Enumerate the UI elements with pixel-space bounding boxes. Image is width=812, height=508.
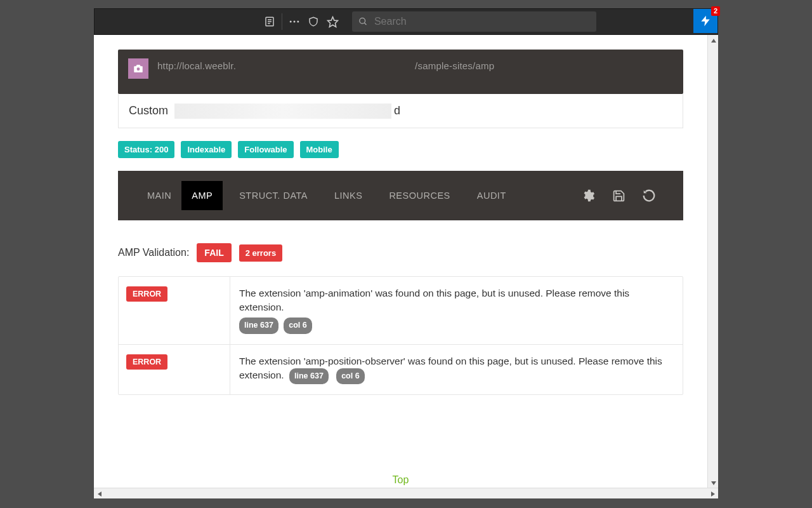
svg-marker-7 [327,17,337,27]
browser-toolbar: 2 [94,8,718,35]
url-bar: http://local.weeblr./sample-sites/amp [118,50,683,94]
svg-line-9 [364,23,366,25]
svg-marker-13 [711,481,716,485]
error-col: col 6 [284,318,312,334]
error-message: The extension 'amp-animation' was found … [239,288,629,312]
refresh-icon [642,189,656,203]
toolbar-spacer [95,9,256,34]
star-icon[interactable] [323,12,342,31]
errors-table: ERROR The extension 'amp-animation' was … [118,276,683,395]
extension-button[interactable]: 2 [693,9,717,33]
svg-marker-10 [701,16,709,27]
error-level: ERROR [126,354,167,370]
tab-amp[interactable]: AMP [181,181,223,210]
refresh-button[interactable] [634,181,664,210]
error-col: col 6 [336,368,365,385]
horizontal-scrollbar[interactable] [94,488,718,498]
url-prefix: http://local.weeblr. [157,60,236,71]
error-level: ERROR [126,286,167,302]
camera-icon [133,63,144,74]
svg-point-8 [360,18,365,23]
page-title-prefix: Custom [129,104,168,117]
status-badges: Status: 200 Indexable Followable Mobile [118,141,683,158]
tab-resources[interactable]: RESOURCES [379,181,460,210]
tab-links[interactable]: LINKS [324,181,372,210]
search-input[interactable] [374,16,590,27]
scroll-right-button[interactable] [707,488,718,499]
url-suffix: /sample-sites/amp [415,60,494,71]
validation-count: 2 errors [239,244,282,262]
vertical-scrollbar[interactable] [707,35,718,488]
validation-row: AMP Validation: FAIL 2 errors [118,243,683,262]
svg-point-6 [297,21,299,23]
scroll-up-button[interactable] [708,35,719,46]
svg-marker-14 [98,491,102,497]
tab-main[interactable]: MAIN [137,181,181,210]
extension-panel: http://local.weeblr./sample-sites/amp Cu… [94,35,718,498]
svg-marker-15 [711,491,715,497]
error-row: ERROR The extension 'amp-position-observ… [119,344,683,394]
error-line: line 637 [289,368,329,385]
validation-label: AMP Validation: [118,247,189,258]
screenshot-button[interactable] [128,58,148,79]
top-link[interactable]: Top [393,474,409,485]
toolbar-icons [256,9,346,34]
svg-point-5 [294,21,296,23]
scroll-left-button[interactable] [94,488,105,499]
search-icon [358,17,368,27]
title-redacted [174,104,391,119]
tab-struct-data[interactable]: STRUCT. DATA [229,181,318,210]
badge-status: Status: 200 [118,141,174,158]
scroll-down-button[interactable] [708,478,719,488]
extension-badge: 2 [711,6,720,16]
svg-point-4 [290,21,292,23]
page-title-row: Custom d [118,94,683,128]
badge-indexable: Indexable [181,141,232,158]
svg-marker-12 [711,39,716,43]
settings-button[interactable] [573,181,603,210]
save-button[interactable] [603,181,634,210]
validation-status: FAIL [197,243,231,262]
url-redacted [237,62,414,71]
badge-mobile: Mobile [300,141,339,158]
badge-followable: Followable [238,141,293,158]
shield-icon[interactable] [304,12,323,31]
top-link-row: Top [118,474,683,486]
more-icon[interactable] [285,12,304,31]
page-url: http://local.weeblr./sample-sites/amp [157,60,494,71]
error-row: ERROR The extension 'amp-animation' was … [119,277,683,344]
error-line: line 637 [239,318,278,334]
tab-audit[interactable]: AUDIT [467,181,516,210]
bolt-icon [699,15,712,27]
save-icon [612,189,625,203]
reader-icon[interactable] [260,12,279,31]
gear-icon [581,189,595,203]
toolbar-separator [282,13,282,30]
page-title-suffix: d [394,104,400,117]
svg-point-11 [137,67,140,70]
tab-bar: MAIN AMP STRUCT. DATA LINKS RESOURCES AU… [118,171,683,220]
search-box[interactable] [352,11,596,32]
panel-body: http://local.weeblr./sample-sites/amp Cu… [94,35,707,488]
